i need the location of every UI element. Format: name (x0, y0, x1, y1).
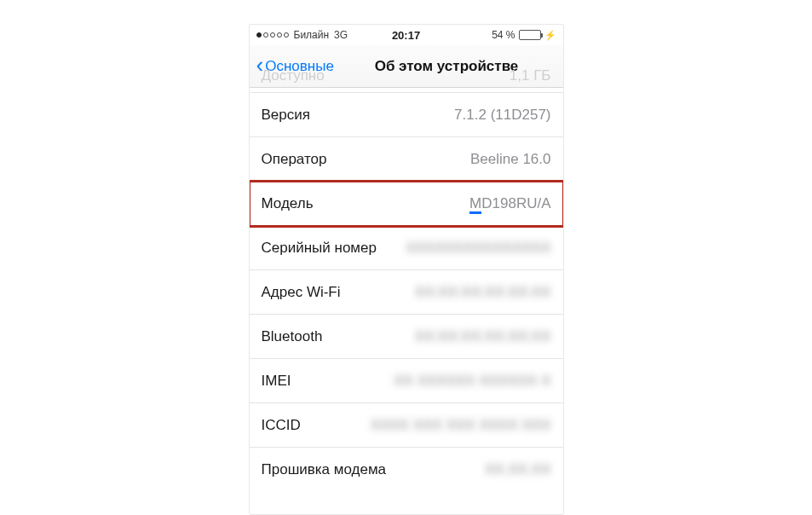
row-label: Оператор (262, 151, 327, 168)
status-bar: Билайн 3G 20:17 54 % ⚡ (250, 25, 563, 45)
row-value: Beeline 16.0 (470, 151, 551, 168)
row-imei[interactable]: IMEI XX XXXXXX XXXXXX X (250, 359, 563, 403)
row-model[interactable]: Модель MD198RU/A (250, 182, 563, 226)
row-version[interactable]: Версия 7.1.2 (11D257) (250, 93, 563, 137)
back-button[interactable]: ‹ Основные (256, 55, 334, 78)
row-wifi[interactable]: Адрес Wi-Fi XX:XX:XX:XX:XX:XX (250, 270, 563, 315)
settings-list[interactable]: Версия 7.1.2 (11D257) Оператор Beeline 1… (250, 93, 563, 492)
ghost-value: 1,1 ГБ (510, 67, 551, 84)
phone-frame: Билайн 3G 20:17 54 % ⚡ ‹ Основные Об это… (249, 24, 564, 515)
row-value: XXXX XXX XXX XXXX XXX (371, 417, 551, 434)
row-value: XX.XX.XX (485, 461, 550, 478)
row-label: Адрес Wi-Fi (262, 284, 341, 301)
battery-icon (519, 30, 541, 40)
row-label: ICCID (262, 417, 301, 434)
row-value: MD198RU/A (469, 195, 550, 212)
row-serial[interactable]: Серийный номер XXXXXXXXXXXXXXX (250, 226, 563, 270)
row-bluetooth[interactable]: Bluetooth XX:XX:XX:XX:XX:XX (250, 315, 563, 359)
back-label: Основные (265, 58, 334, 75)
row-iccid[interactable]: ICCID XXXX XXX XXX XXXX XXX (250, 403, 563, 448)
row-label: Серийный номер (262, 240, 377, 257)
row-value: XX:XX:XX:XX:XX:XX (415, 328, 551, 345)
row-label: Прошивка модема (262, 461, 387, 478)
row-value: XXXXXXXXXXXXXXX (406, 240, 550, 257)
row-label: Версия (262, 107, 310, 124)
row-value: XX:XX:XX:XX:XX:XX (415, 284, 551, 301)
row-modem-firmware[interactable]: Прошивка модема XX.XX.XX (250, 448, 563, 492)
clock: 20:17 (250, 29, 563, 42)
chevron-left-icon: ‹ (256, 54, 264, 76)
row-label: IMEI (262, 373, 291, 390)
row-carrier[interactable]: Оператор Beeline 16.0 (250, 137, 563, 182)
row-label: Модель (262, 195, 314, 212)
row-value: 7.1.2 (11D257) (454, 107, 550, 124)
row-label: Bluetooth (262, 328, 323, 345)
nav-bar: ‹ Основные Об этом устройстве Доступно 1… (250, 45, 563, 88)
row-value: XX XXXXXX XXXXXX X (394, 373, 550, 390)
